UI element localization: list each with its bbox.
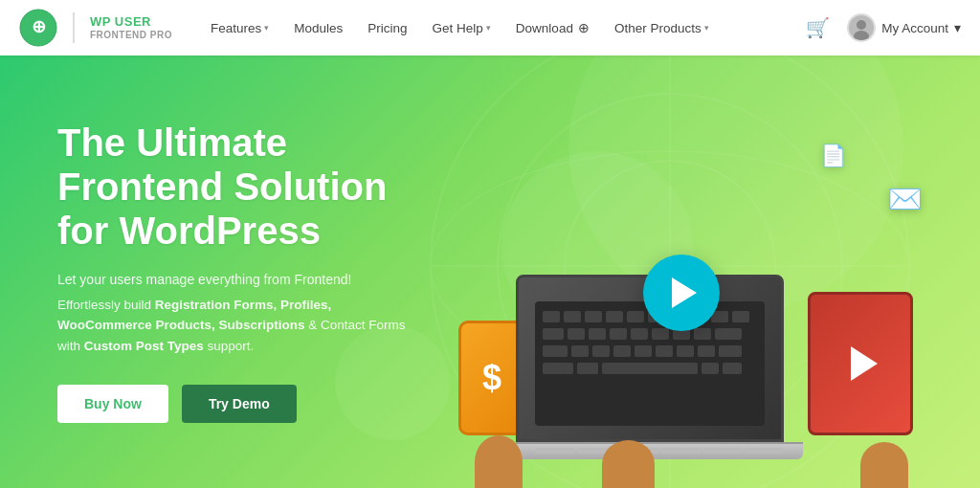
play-triangle-icon [672, 277, 697, 308]
cart-button[interactable]: 🛒 [806, 16, 830, 39]
dollar-icon: $ [482, 358, 501, 398]
hero-buttons: Buy Now Try Demo [57, 385, 421, 423]
svg-rect-35 [635, 345, 652, 357]
logo-text: WP USER FRONTEND PRO [90, 15, 172, 39]
tablet-play-icon [851, 346, 878, 381]
svg-rect-21 [732, 311, 749, 322]
nav-download[interactable]: Download ⊕ [506, 14, 599, 41]
svg-rect-38 [698, 345, 715, 357]
cart-icon: 🛒 [806, 16, 830, 39]
account-button[interactable]: My Account ▾ [847, 13, 961, 42]
chevron-down-icon: ▾ [264, 23, 269, 33]
svg-rect-34 [613, 345, 631, 357]
hand-left [475, 435, 523, 488]
chevron-down-icon: ▾ [704, 23, 709, 33]
keyboard-inner [535, 444, 784, 454]
svg-rect-37 [677, 345, 694, 357]
svg-rect-16 [627, 311, 644, 322]
key [702, 448, 743, 454]
svg-rect-31 [543, 345, 568, 357]
chevron-down-icon: ▾ [486, 23, 491, 33]
svg-rect-27 [652, 328, 669, 340]
svg-rect-39 [719, 345, 742, 357]
svg-rect-36 [656, 345, 673, 357]
svg-rect-25 [610, 328, 627, 340]
svg-rect-13 [564, 311, 581, 322]
brand-sub: FRONTEND PRO [90, 30, 172, 40]
svg-rect-29 [694, 328, 711, 340]
key [660, 448, 701, 454]
logo-divider [73, 12, 75, 43]
buy-now-button[interactable]: Buy Now [57, 385, 168, 423]
hero-subtitle: Let your users manage everything from Fr… [57, 272, 421, 287]
svg-rect-41 [577, 363, 598, 374]
account-chevron-icon: ▾ [954, 20, 961, 35]
nav-links: Features ▾ Modules Pricing Get Help ▾ Do… [201, 14, 806, 41]
wordpress-icon: ⊕ [578, 20, 590, 35]
svg-rect-24 [589, 328, 606, 340]
svg-rect-33 [592, 345, 610, 357]
key [744, 448, 784, 454]
svg-point-3 [857, 20, 866, 30]
hero-content: The Ultimate Frontend Solution for WordP… [0, 121, 479, 424]
document-icon: 📄 [820, 144, 846, 168]
hero-illustration: $ [454, 86, 951, 488]
brand-name: WP USER [90, 15, 172, 29]
nav-modules[interactable]: Modules [284, 15, 352, 41]
hero-title: The Ultimate Frontend Solution for WordP… [57, 121, 421, 253]
logo[interactable]: ⊕ WP USER FRONTEND PRO [19, 9, 172, 47]
laptop-keyboard [516, 442, 803, 459]
svg-rect-22 [543, 328, 564, 340]
svg-rect-30 [715, 328, 742, 340]
hero-section: The Ultimate Frontend Solution for WordP… [0, 55, 980, 488]
nav-right: 🛒 My Account ▾ [806, 13, 961, 42]
svg-rect-32 [571, 345, 589, 357]
navbar: ⊕ WP USER FRONTEND PRO Features ▾ Module… [0, 0, 980, 55]
play-button[interactable] [643, 255, 720, 331]
nav-get-help[interactable]: Get Help ▾ [423, 15, 501, 41]
logo-icon: ⊕ [19, 9, 57, 47]
nav-pricing[interactable]: Pricing [358, 15, 416, 41]
hero-description: Effortlessly build Registration Forms, P… [57, 295, 421, 357]
svg-rect-15 [606, 311, 623, 322]
envelope-icon: ✉️ [887, 182, 923, 215]
svg-text:⊕: ⊕ [32, 17, 46, 36]
svg-rect-40 [543, 363, 573, 374]
svg-rect-26 [631, 328, 648, 340]
svg-rect-12 [543, 311, 560, 322]
svg-rect-44 [723, 363, 742, 374]
svg-rect-42 [602, 363, 698, 374]
tablet-device [808, 292, 923, 435]
svg-rect-43 [702, 363, 719, 374]
nav-other-products[interactable]: Other Products ▾ [605, 15, 719, 41]
key [535, 448, 575, 454]
try-demo-button[interactable]: Try Demo [182, 385, 297, 423]
svg-rect-14 [585, 311, 602, 322]
nav-features[interactable]: Features ▾ [201, 15, 278, 41]
svg-rect-23 [568, 328, 585, 340]
avatar [847, 13, 876, 42]
tablet-body [808, 292, 913, 435]
hand-right [860, 442, 908, 488]
hand-center [602, 440, 655, 488]
device-scene: $ [454, 86, 951, 488]
